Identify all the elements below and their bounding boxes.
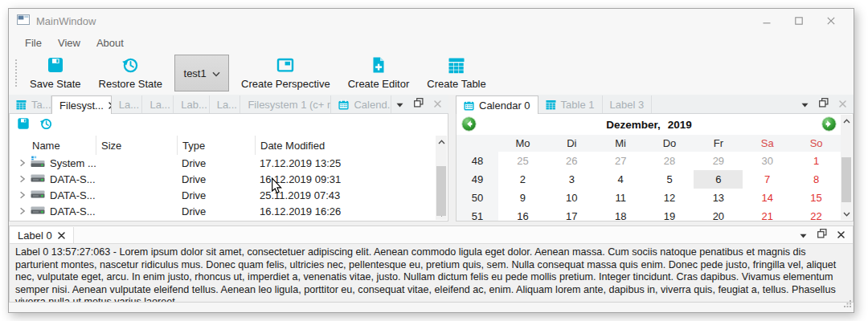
minimize-button[interactable] [751,10,783,31]
tab-label: Filesystem 1 (c+ m... [248,99,331,111]
restore-state-button[interactable]: Restore State [90,54,172,92]
scroll-up-icon[interactable] [436,136,447,148]
create-table-button[interactable]: Create Table [418,54,494,92]
expander-icon[interactable] [19,157,26,169]
calendar-day[interactable]: 17 [547,207,596,221]
month-label[interactable]: Dezember, [606,119,661,131]
calendar-day[interactable]: 12 [645,189,694,207]
calendar-day[interactable]: 14 [743,189,792,207]
calendar-day[interactable]: 3 [547,170,596,189]
save-icon[interactable] [17,117,30,132]
left-tab-5[interactable]: La... [210,95,241,113]
day-header-di: Di [547,137,596,149]
title-bar[interactable]: MainWindow [9,9,854,33]
calendar-day[interactable]: 16 [498,207,547,221]
calendar-day[interactable]: 22 [792,207,841,221]
right-tab-0[interactable]: Calendar 0 [456,95,538,114]
scrollbar-track[interactable] [841,127,852,208]
expander-icon[interactable] [19,205,26,217]
column-header-name[interactable]: Name [10,140,96,152]
column-header-date-modified[interactable]: Date Modified [255,136,436,155]
left-tab-3[interactable]: La... [142,95,174,113]
tab-label-0[interactable]: Label 0 [10,227,74,243]
left-tab-7[interactable]: Calend... [331,95,391,113]
table-row[interactable]: System ...Drive17.12.2019 13:25 [10,155,436,171]
calendar-day[interactable]: 18 [596,207,645,221]
left-tab-4[interactable]: Lab... [174,95,209,113]
next-month-button[interactable] [821,116,837,134]
close-dock-icon[interactable] [839,98,846,110]
calendar-day[interactable]: 15 [792,189,841,207]
column-header-type[interactable]: Type [177,136,255,155]
menu-item-view[interactable]: View [50,35,88,51]
calendar-day[interactable]: 29 [694,152,743,170]
calendar-day[interactable]: 26 [547,152,596,170]
calendar-title[interactable]: Dezember,2019 [477,119,821,131]
calendar-day[interactable]: 4 [596,170,645,189]
scrollbar-thumb[interactable] [841,157,851,202]
table-row[interactable]: DATA-S...Drive16.12.2019 16:26 [10,203,436,219]
create-perspective-label: Create Perspective [241,78,330,90]
table-row[interactable]: DATA-S...Drive16.12.2019 09:31 [10,171,436,187]
left-tab-6[interactable]: Filesystem 1 (c+ m... [240,95,331,113]
calendar-day[interactable]: 19 [645,207,694,221]
calendar-day-selected[interactable]: 6 [694,170,743,189]
filesystem-scrollbar[interactable] [436,136,447,220]
year-label[interactable]: 2019 [668,119,692,131]
scroll-down-icon[interactable] [841,208,852,220]
left-tab-2[interactable]: La... [112,95,143,113]
calendar-day[interactable]: 27 [596,152,645,170]
undock-icon[interactable] [819,98,829,110]
calendar-day[interactable]: 7 [743,170,792,189]
table-header-row[interactable]: NameSizeTypeDate Modified [10,136,436,155]
toolbar-drag-handle[interactable] [14,58,18,88]
scrollbar-thumb[interactable] [436,166,446,216]
right-tab-1[interactable]: Table 1 [538,95,603,113]
calendar-day[interactable]: 10 [547,189,596,207]
calendar-day[interactable]: 1 [792,152,841,170]
calendar-day[interactable]: 30 [743,152,792,170]
scroll-up-icon[interactable] [841,115,852,127]
calendar-content: Dezember,2019 MoDiMiDoFrSaSo 48252627282… [456,114,854,221]
table-row[interactable]: DATA-S...Drive25.11.2019 07:43 [10,187,436,203]
calendar-day[interactable]: 2 [498,170,547,189]
calendar-day[interactable]: 5 [645,170,694,189]
history-icon[interactable] [39,117,52,132]
create-perspective-button[interactable]: Create Perspective [232,54,339,92]
calendar-day[interactable]: 28 [645,152,694,170]
right-tab-2[interactable]: Label 3 [603,95,653,113]
left-tab-0[interactable]: Ta... [9,95,51,113]
left-tab-1[interactable]: Filesyst... [51,95,112,114]
close-dock-icon[interactable] [434,98,441,110]
maximize-button[interactable] [783,10,815,31]
calendar-day[interactable]: 25 [498,152,547,170]
undock-icon[interactable] [817,229,827,241]
calendar-day[interactable]: 9 [498,189,547,207]
calendar-day[interactable]: 20 [694,207,743,221]
week-number: 51 [457,207,498,221]
tab-menu-icon[interactable] [396,98,403,110]
menu-item-about[interactable]: About [88,35,132,51]
calendar-scrollbar[interactable] [841,115,852,220]
scrollbar-track[interactable] [436,148,447,208]
close-dock-icon[interactable] [837,229,845,241]
save-state-button[interactable]: Save State [21,54,90,92]
expander-icon[interactable] [19,189,26,201]
resize-grip[interactable] [843,299,852,311]
calendar-day[interactable]: 13 [694,189,743,207]
undock-icon[interactable] [414,98,424,110]
perspective-combobox[interactable]: test1 [174,55,229,91]
calendar-day[interactable]: 11 [596,189,645,207]
tab-menu-icon[interactable] [801,98,809,110]
tab-close-icon[interactable] [58,230,65,242]
menu-item-file[interactable]: File [17,35,50,51]
close-button[interactable] [815,10,847,31]
calendar-day[interactable]: 21 [743,207,792,221]
expander-icon[interactable] [19,173,26,185]
calendar-day[interactable]: 8 [792,170,841,189]
vertical-splitter[interactable] [448,95,456,221]
prev-month-button[interactable] [461,116,477,134]
tab-menu-icon[interactable] [800,229,807,241]
create-editor-button[interactable]: Create Editor [339,54,419,92]
column-header-size[interactable]: Size [96,136,177,155]
